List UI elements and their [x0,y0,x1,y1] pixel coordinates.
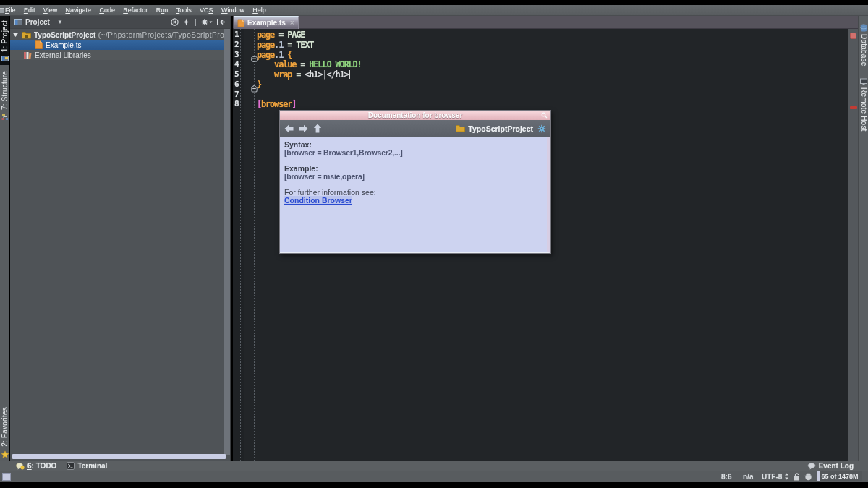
tool-button-event-log-label: Event Log [819,462,854,470]
code-token: .1 [274,50,283,60]
phpstorm-window: FileEditViewNavigateCodeRefactorRunTools… [0,0,868,488]
popup-title-bar[interactable]: Documentation for browser [280,111,550,120]
mnemonic-underline: E [24,7,28,14]
project-tool-window: Project ▼ [10,16,231,461]
code-line-1[interactable]: page = PAGE [257,30,305,40]
menu-item-run[interactable]: Run [152,7,172,14]
text-caret [349,70,350,79]
documentation-popup: Documentation for browser TypoScriptProj… [279,110,551,254]
line-number: 8 [234,99,243,108]
tab-example-ts[interactable]: Example.ts × [234,16,299,29]
menu-item-view[interactable]: View [39,7,61,14]
tool-button-remote-host-label: Remote Host [860,87,868,132]
code-token [257,69,274,80]
up-arrow-icon[interactable] [313,124,322,133]
tree-row-external-libraries[interactable]: External Libraries [10,50,230,60]
line-number: 2 [234,40,243,49]
project-view-icon [14,18,22,26]
code-line-2[interactable]: page.1 = TEXT [257,40,313,50]
tree-row-example-ts[interactable]: Example.ts [10,40,230,50]
doc-link-condition-browser[interactable]: Condition Browser [284,196,352,205]
line-number: 4 [234,59,243,69]
external-libraries-label: External Libraries [35,51,91,59]
hide-panel-icon[interactable] [216,18,226,26]
editor-error-stripe[interactable] [848,29,858,461]
file-status-error-indicator[interactable] [850,33,856,39]
code-token: ] [292,99,296,109]
code-line-5[interactable]: wrap = <h1>|</h1> [257,69,350,80]
project-folder-icon [22,31,31,39]
menu-item-help[interactable]: Help [249,7,271,14]
tool-button-todo[interactable]: 6: TODO [16,462,56,470]
project-panel-horizontal-scrollbar[interactable] [12,454,226,459]
code-line-4[interactable]: value = HELLO WORLD! [257,59,362,69]
menu-bar: FileEditViewNavigateCodeRefactorRunTools… [0,5,868,16]
mnemonic-underline: W [221,7,228,14]
close-icon[interactable]: × [290,20,294,27]
code-token: page [257,30,274,40]
tool-button-project[interactable]: 1: Project [0,16,9,65]
doc-spacer [284,157,540,165]
mnemonic-underline: H [252,7,258,14]
menu-item-vcs[interactable]: VCS [195,7,217,14]
code-line-3[interactable]: page.1 { [257,50,292,60]
menu-item-tools[interactable]: Tools [172,7,195,14]
memory-indicator[interactable]: 65 of 1478M [817,471,862,481]
menu-item-navigate[interactable]: Navigate [61,7,95,14]
code-line-8[interactable]: [browser] [257,99,296,109]
external-libraries-icon [23,51,32,59]
tool-button-database[interactable]: Database [859,24,868,66]
gear-icon[interactable] [537,124,546,133]
tab-label: Example.ts [247,19,286,27]
inspections-hector-icon[interactable] [804,471,812,482]
popup-project-label: TypoScriptProject [468,124,533,133]
structure-tool-icon [1,114,9,121]
gear-dropdown-icon[interactable] [201,18,213,26]
menu-item-file[interactable]: File [4,7,20,14]
line-separator-widget[interactable]: n/a [743,471,753,482]
expand-arrow-icon[interactable] [12,32,19,38]
encoding-widget[interactable]: UTF-8 [762,471,789,482]
project-panel-vertical-scrollbar[interactable] [224,29,230,455]
chevron-down-icon[interactable]: ▼ [57,19,63,25]
updown-chevron-icon [784,473,789,480]
locate-icon[interactable] [182,18,190,26]
code-token: page [257,50,274,60]
lock-icon[interactable] [793,471,800,482]
tree-row-project-root[interactable]: TypoScriptProject (~/PhpstormProjects/Ty… [10,30,230,40]
code-token: TEXT [296,40,313,50]
tool-button-remote-host[interactable]: Remote Host [859,78,868,132]
tool-button-structure[interactable]: 7: Structure [0,71,9,121]
code-line-6[interactable]: } [257,80,261,90]
error-stripe-mark[interactable] [850,106,857,109]
menu-item-window[interactable]: Window [217,7,248,14]
typoscript-file-icon [237,19,244,27]
tool-button-terminal[interactable]: Terminal [67,462,107,470]
caret-position-widget[interactable]: 8:6 [721,471,731,482]
menu-item-code[interactable]: Code [95,7,119,14]
back-arrow-icon[interactable] [284,124,294,133]
example-ts-label: Example.ts [46,41,81,49]
mnemonic-underline: 6 [27,462,32,470]
popup-title: Documentation for browser [368,111,463,119]
code-token: = [283,40,296,50]
mnemonic-underline: C [99,7,104,14]
menu-item-edit[interactable]: Edit [20,7,39,14]
project-panel-title[interactable]: Project [25,18,50,26]
popup-content: Syntax:[browser = Browser1,Browser2,...]… [280,137,550,253]
pin-icon[interactable] [541,112,548,119]
code-token: .1 [274,40,283,50]
mnemonic-underline: N [66,7,71,14]
close-circle-icon[interactable] [171,18,179,26]
mnemonic-underline: R [123,7,128,14]
forward-arrow-icon[interactable] [299,124,308,133]
code-token: { [287,50,292,60]
menu-item-refactor[interactable]: Refactor [119,7,152,14]
letterbox-bottom [0,482,868,488]
line-number: 3 [234,50,243,59]
toolwindow-toggle-icon[interactable] [2,473,11,481]
tool-button-event-log[interactable]: Event Log [807,462,854,470]
tool-button-favorites[interactable]: 2: Favorites [0,407,9,459]
mnemonic-underline: F [5,7,9,14]
line-number: 1 [234,30,243,39]
